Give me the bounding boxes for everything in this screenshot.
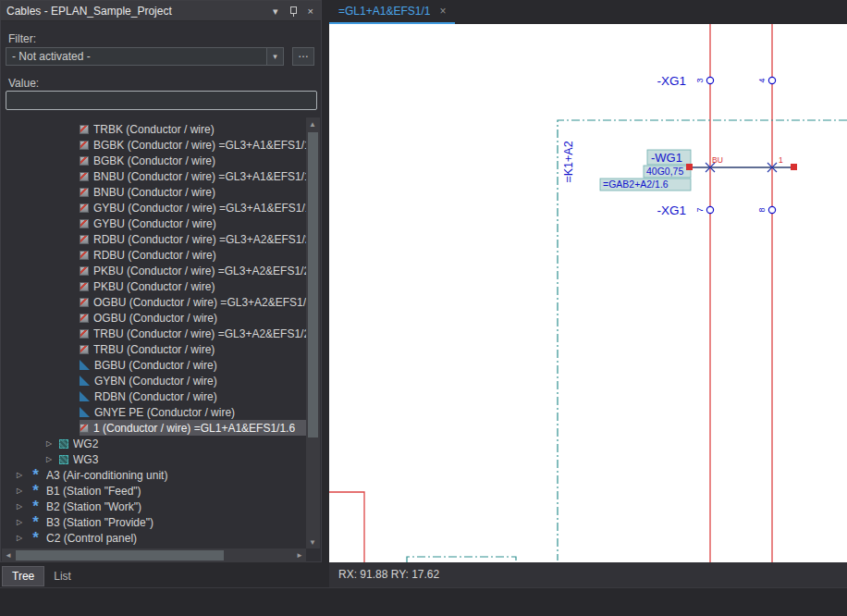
tree-item[interactable]: ▷B2 (Station "Work") (2, 499, 307, 514)
tree-item[interactable]: 1 (Conductor / wire) =GL1+A1&EFS1/1.6 (2, 420, 307, 436)
tree-item-label: B1 (Station "Feed") (46, 485, 143, 498)
close-icon[interactable]: × (308, 5, 313, 18)
tree-item[interactable]: TRBK (Conductor / wire) (2, 121, 307, 137)
terminal-points[interactable] (706, 77, 775, 213)
expand-arrow-icon[interactable]: ▷ (17, 483, 30, 499)
tree-item-label: B2 (Station "Work") (46, 500, 143, 513)
cable-spec-label[interactable]: 40G0,75 (646, 166, 683, 177)
tree-item[interactable]: TRBU (Conductor / wire) =GL3+A2&EFS1/2 (2, 326, 307, 341)
conductor-triangle-icon (80, 360, 90, 370)
close-icon[interactable]: × (439, 5, 446, 18)
horizontal-scrollbar-thumb[interactable] (16, 550, 224, 561)
tree-item[interactable]: PKBU (Conductor / wire) (2, 278, 307, 294)
tree-item-content: RDBN (Conductor / wire) (80, 388, 307, 404)
tree-item[interactable]: ▷B3 (Station "Provide") (2, 514, 307, 530)
tree-item-label: B3 (Station "Provide") (46, 516, 155, 529)
terminal-bottom-label[interactable]: -XG1 (657, 203, 686, 217)
tree-item[interactable]: OGBU (Conductor / wire) (2, 310, 307, 326)
cursor-coordinates: RX: 91.88 RY: 17.62 (338, 568, 439, 581)
tree-item-content: GYBU (Conductor / wire) (80, 216, 307, 231)
tab-tree[interactable]: Tree (2, 566, 44, 586)
tree-item[interactable]: GNYE PE (Conductor / wire) (2, 404, 307, 420)
vertical-scrollbar-thumb[interactable] (308, 132, 318, 437)
tree-item[interactable]: GYBN (Conductor / wire) (2, 373, 307, 388)
schematic-canvas[interactable]: -XG1 -XG1 3 4 7 8 =K1+A2 -WG1 40G0,75 =G… (329, 24, 847, 562)
horizontal-scrollbar[interactable]: ◄ ► (2, 548, 306, 562)
tree-item[interactable]: ▷C2 (Control panel) (2, 530, 307, 546)
tree-indent (2, 506, 17, 507)
chevron-down-icon[interactable]: ▾ (266, 48, 283, 65)
tree-item[interactable]: BGBK (Conductor / wire) =GL3+A1&EFS1/1 (2, 137, 307, 153)
tree-item-content: TRBK (Conductor / wire) (80, 121, 307, 137)
tree-indent (2, 349, 80, 350)
selection-handle-left[interactable] (686, 164, 693, 170)
tree-item[interactable]: ▷WG3 (2, 451, 307, 467)
scroll-down-icon[interactable]: ▼ (306, 536, 319, 548)
tree-item-label: PKBU (Conductor / wire) (93, 280, 216, 293)
expand-arrow-icon[interactable]: ▷ (17, 467, 30, 483)
scroll-right-icon[interactable]: ► (293, 549, 306, 562)
tree-item[interactable]: PKBU (Conductor / wire) =GL3+A2&EFS1/2 (2, 263, 307, 278)
tree-item[interactable]: TRBU (Conductor / wire) (2, 341, 307, 357)
expand-arrow-icon[interactable]: ▷ (17, 514, 30, 530)
tree-indent (2, 144, 80, 145)
tree-item[interactable]: ▷WG2 (2, 436, 307, 451)
pin-label-8: 8 (757, 207, 767, 212)
tree-item[interactable]: ▷B1 (Station "Feed") (2, 483, 307, 499)
wire-color-label: BU (712, 155, 723, 165)
tree-item[interactable]: BGBU (Conductor / wire) (2, 357, 307, 373)
conductor-icon (80, 251, 89, 260)
panel-titlebar[interactable]: Cables - EPLAN_Sample_Project ▾ × (1, 1, 321, 21)
filter-more-button[interactable]: … (292, 47, 314, 66)
tree-item[interactable]: BGBK (Conductor / wire) (2, 153, 307, 168)
conductor-icon (80, 329, 89, 339)
conductor-triangle-icon (80, 407, 90, 417)
cable-device-tag[interactable]: -WG1 (651, 151, 682, 165)
tree-item-label: GYBN (Conductor / wire) (94, 375, 219, 388)
expand-arrow-icon[interactable]: ▷ (17, 499, 30, 514)
conductor-icon (80, 235, 89, 244)
tree-item-label: BGBU (Conductor / wire) (94, 359, 219, 372)
expand-arrow-icon[interactable]: ▷ (46, 451, 59, 467)
tree-item[interactable]: RDBU (Conductor / wire) (2, 247, 307, 263)
scroll-left-icon[interactable]: ◄ (2, 549, 15, 562)
tree-indent (2, 286, 80, 287)
tree-item-content: B3 (Station "Provide") (30, 514, 307, 530)
tree-item-content: OGBU (Conductor / wire) =GL3+A2&EFS1/2 (80, 294, 307, 310)
tree-item[interactable]: RDBU (Conductor / wire) =GL3+A2&EFS1/2 (2, 231, 307, 247)
tree-item[interactable]: RDBN (Conductor / wire) (2, 388, 307, 404)
tree-indent (2, 490, 17, 491)
tree-item[interactable]: GYBU (Conductor / wire) (2, 216, 307, 231)
tree-item[interactable]: BNBU (Conductor / wire) =GL3+A1&EFS1/1 (2, 168, 307, 184)
tab-label: =GL1+A1&EFS1/1 (338, 5, 430, 18)
tree-item-label: OGBU (Conductor / wire) (93, 312, 219, 325)
tree-item-content: A3 (Air-conditioning unit) (30, 467, 307, 483)
tree-item[interactable]: GYBU (Conductor / wire) =GL3+A1&EFS1/1 (2, 200, 307, 216)
tree-indent (2, 191, 80, 192)
tree-item[interactable]: ▷A3 (Air-conditioning unit) (2, 467, 307, 483)
cross-reference-label[interactable]: =GAB2+A2/1.6 (603, 179, 669, 190)
tree-item-label: WG3 (73, 453, 100, 466)
tree-item-content: RDBU (Conductor / wire) =GL3+A2&EFS1/2 (80, 231, 307, 247)
tab-list[interactable]: List (44, 566, 80, 586)
autoconnect-lines[interactable] (329, 24, 772, 562)
conductor-triangle-icon (80, 391, 90, 401)
conductor-icon (80, 156, 89, 166)
tree-item-content: BNBU (Conductor / wire) =GL3+A1&EFS1/1 (80, 168, 307, 184)
tab-schematic-page[interactable]: =GL1+A1&EFS1/1 × (329, 0, 455, 24)
tree-item[interactable]: BNBU (Conductor / wire) (2, 184, 307, 200)
tree-indent (2, 317, 80, 318)
vertical-scrollbar[interactable]: ▲ ▼ (306, 117, 320, 548)
selection-handle-right[interactable] (791, 164, 797, 170)
terminal-top-label[interactable]: -XG1 (657, 74, 686, 88)
value-input[interactable] (6, 91, 317, 110)
tree-item-content: GYBU (Conductor / wire) =GL3+A1&EFS1/1 (80, 200, 307, 216)
scroll-up-icon[interactable]: ▲ (306, 117, 319, 130)
filter-select[interactable]: - Not activated - ▾ (6, 47, 284, 66)
expand-arrow-icon[interactable]: ▷ (17, 530, 30, 546)
panel-menu-chevron-icon[interactable]: ▾ (273, 5, 278, 18)
tree-item[interactable]: OGBU (Conductor / wire) =GL3+A2&EFS1/2 (2, 294, 307, 310)
pin-icon[interactable] (288, 5, 298, 18)
expand-arrow-icon[interactable]: ▷ (46, 436, 59, 451)
cable-icon (59, 439, 68, 449)
